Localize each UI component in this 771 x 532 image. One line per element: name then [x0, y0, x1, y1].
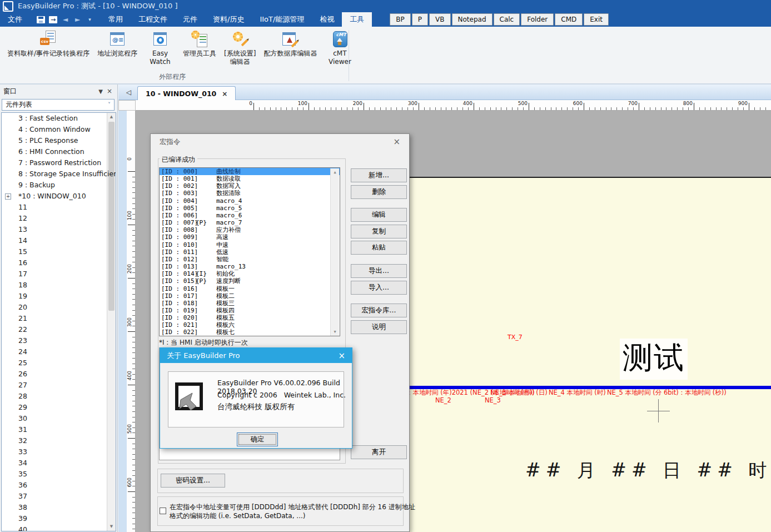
macro-item-8[interactable]: [ID : 008]应力补偿 — [160, 226, 340, 233]
scroll-down-icon[interactable]: ▼ — [331, 328, 339, 336]
undo-icon[interactable]: ◄ — [61, 16, 69, 23]
ribbon-tool-3[interactable]: EasyWatch — [141, 29, 179, 68]
external-button-cmd[interactable]: CMD — [555, 13, 583, 26]
external-button-exit[interactable]: Exit — [584, 13, 609, 26]
macro-list-scrollbar[interactable]: ▲ ▼ — [330, 168, 339, 336]
add-button[interactable]: 新增... — [351, 168, 407, 182]
address-format-checkbox[interactable] — [160, 508, 166, 514]
ribbon-tool-6[interactable]: 配方数据库编辑器 — [260, 29, 321, 59]
macro-item-10[interactable]: [ID : 010]中速 — [160, 241, 340, 248]
tab-nav-left-icon[interactable]: ◁ — [126, 88, 131, 96]
ribbon-tool-4[interactable]: 管理员工具 — [179, 29, 220, 59]
macro-item-3[interactable]: [ID : 003]数据清除 — [160, 190, 340, 197]
tree-item-20[interactable]: 20 — [2, 302, 116, 313]
tree-item-18[interactable]: 18 — [2, 280, 116, 291]
macro-item-13[interactable]: [ID : 013]macro_13 — [160, 263, 340, 270]
tree-item-35[interactable]: 35 — [2, 469, 116, 480]
macro-item-11[interactable]: [ID : 011]低速 — [160, 248, 340, 256]
external-button-p[interactable]: P — [412, 13, 428, 26]
tree-item-37[interactable]: 37 — [2, 491, 116, 502]
tree-item-34[interactable]: 34 — [2, 458, 116, 469]
panel-menu-icon[interactable]: ▼ — [96, 88, 105, 95]
tree-item-29[interactable]: 29 — [2, 402, 116, 413]
external-button-vb[interactable]: VB — [429, 13, 450, 26]
tree-item-10[interactable]: +*10 : WINDOW_010 — [2, 191, 116, 202]
ribbon-tool-5[interactable]: [系统设置]编辑器 — [220, 29, 260, 68]
ribbon-tool-2[interactable]: @≡地址浏览程序 — [93, 29, 141, 59]
macro-item-4[interactable]: [ID : 004]macro_4 — [160, 197, 340, 205]
quick-access-caret-icon[interactable]: ▾ — [86, 16, 94, 23]
tree-item-6[interactable]: 6 : HMI Connection — [2, 146, 116, 157]
tree-item-8[interactable]: 8 : Storage Space Insufficier — [2, 168, 116, 180]
delete-button[interactable]: 删除 — [351, 185, 407, 199]
tab-close-icon[interactable]: × — [222, 90, 227, 98]
tree-item-31[interactable]: 31 — [2, 424, 116, 435]
exit-button[interactable]: 离开 — [351, 445, 407, 459]
tree-item-24[interactable]: 24 — [2, 346, 116, 357]
menu-item-7[interactable]: 检视 — [312, 12, 342, 27]
external-button-folder[interactable]: Folder — [521, 13, 554, 26]
macro-item-1[interactable]: [ID : 001]数据读取 — [160, 175, 340, 182]
export-button[interactable]: 导出... — [351, 264, 407, 278]
tree-item-22[interactable]: 22 — [2, 324, 116, 335]
tree-item-19[interactable]: 19 — [2, 291, 116, 302]
macro-item-5[interactable]: [ID : 005]macro_5 — [160, 205, 340, 212]
tree-item-26[interactable]: 26 — [2, 369, 116, 380]
tree-item-5[interactable]: 5 : PLC Response — [2, 135, 116, 146]
macro-item-9[interactable]: [ID : 009]高速 — [160, 233, 340, 241]
expander-icon[interactable]: + — [5, 193, 11, 200]
tree-item-27[interactable]: 27 — [2, 380, 116, 391]
tree-item-36[interactable]: 36 — [2, 480, 116, 491]
tree-item-23[interactable]: 23 — [2, 335, 116, 346]
tree-item-40[interactable]: 40 — [2, 524, 116, 531]
macro-item-19[interactable]: [ID : 019]模板四 — [160, 307, 340, 314]
paste-button[interactable]: 粘贴 — [351, 241, 407, 255]
tree-item-16[interactable]: 16 — [2, 257, 116, 269]
tree-item-15[interactable]: 15 — [2, 246, 116, 257]
about-dialog-close-icon[interactable]: × — [338, 351, 345, 361]
tree-item-38[interactable]: 38 — [2, 502, 116, 513]
macro-item-2[interactable]: [ID : 002]数据写入 — [160, 182, 340, 190]
password-settings-button[interactable]: 密码设置... — [161, 474, 225, 488]
tree-item-13[interactable]: 13 — [2, 224, 116, 235]
tree-item-12[interactable]: 12 — [2, 213, 116, 224]
ribbon-tool-7[interactable]: cMTcMTViewer — [321, 29, 359, 68]
text-object-title[interactable]: 测试 — [620, 339, 688, 380]
external-button-calc[interactable]: Calc — [494, 13, 520, 26]
macro-item-22[interactable]: [ID : 022]模板七 — [160, 329, 340, 336]
scroll-up-icon[interactable]: ▲ — [331, 168, 339, 176]
panel-close-icon[interactable]: × — [105, 87, 114, 95]
tree-item-33[interactable]: 33 — [2, 446, 116, 458]
tree-item-7[interactable]: 7 : Password Restriction — [2, 157, 116, 168]
ok-button[interactable]: 确定 — [237, 432, 278, 446]
compile-icon[interactable]: → — [49, 16, 57, 23]
tree-item-25[interactable]: 25 — [2, 357, 116, 369]
macro-dialog-close-icon[interactable]: × — [393, 137, 400, 147]
tree-item-4[interactable]: 4 : Common Window — [2, 124, 116, 135]
macro-item-21[interactable]: [ID : 021]模板六 — [160, 321, 340, 329]
edit-button[interactable]: 编辑 — [351, 208, 407, 222]
macro-library-button[interactable]: 宏指令库... — [351, 304, 407, 317]
tree-item-17[interactable]: 17 — [2, 269, 116, 280]
menu-item-5[interactable]: 资料/历史 — [205, 12, 252, 27]
menu-item-4[interactable]: 元件 — [175, 12, 205, 27]
tree-item-28[interactable]: 28 — [2, 391, 116, 402]
redo-icon[interactable]: ► — [73, 16, 82, 23]
macro-item-18[interactable]: [ID : 018]模板三 — [160, 300, 340, 307]
external-button-bp[interactable]: BP — [390, 13, 410, 26]
tree-item-32[interactable]: 32 — [2, 435, 116, 446]
tree-item-30[interactable]: 30 — [2, 413, 116, 424]
tree-item-39[interactable]: 39 — [2, 513, 116, 524]
macro-item-12[interactable]: [ID : 012]智能 — [160, 256, 340, 263]
save-icon[interactable] — [37, 16, 45, 23]
macro-item-14[interactable]: [ID : 014]{I}初始化 — [160, 270, 340, 277]
macro-item-17[interactable]: [ID : 017]模板二 — [160, 292, 340, 300]
menu-item-3[interactable]: 工程文件 — [131, 12, 175, 27]
import-button[interactable]: 导入... — [351, 281, 407, 295]
macro-item-6[interactable]: [ID : 006]macro_6 — [160, 212, 340, 219]
object-list-combobox[interactable]: 元件列表 ˅ — [2, 99, 115, 111]
tree-item-21[interactable]: 21 — [2, 313, 116, 324]
macro-dialog-titlebar[interactable]: 宏指令 × — [151, 134, 409, 150]
macro-item-20[interactable]: [ID : 020]模板五 — [160, 314, 340, 321]
ribbon-tool-1[interactable]: csv资料取样/事件记录转换程序 — [3, 29, 93, 59]
